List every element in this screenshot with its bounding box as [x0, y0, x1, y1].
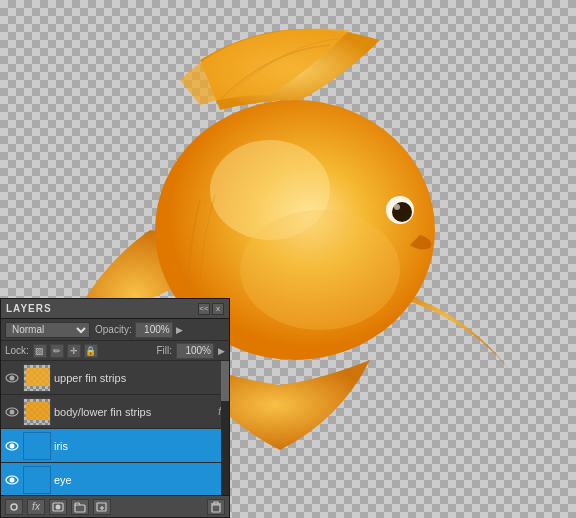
svg-point-7 — [10, 375, 15, 380]
opacity-input[interactable] — [135, 322, 173, 338]
layer-eye-eye[interactable] — [4, 472, 20, 488]
layer-thumb-eye — [23, 466, 51, 494]
layer-thumb-body-lower-fin-strips — [23, 398, 51, 426]
fill-label: Fill: — [156, 345, 172, 356]
scroll-thumb[interactable] — [221, 361, 229, 401]
new-group-button[interactable] — [71, 499, 89, 515]
lock-transparent-button[interactable]: ▨ — [33, 344, 47, 358]
lock-row: Lock: ▨ ✏ ✛ 🔒 Fill: ▶ — [1, 341, 229, 361]
opacity-arrow[interactable]: ▶ — [176, 325, 183, 335]
layer-name-eye: eye — [54, 474, 226, 486]
layer-eye-iris[interactable] — [4, 438, 20, 454]
svg-point-9 — [10, 409, 15, 414]
blend-mode-row: Normal Multiply Screen Overlay Opacity: … — [1, 319, 229, 341]
svg-point-17 — [56, 504, 61, 509]
opacity-label: Opacity: — [95, 324, 132, 335]
layer-eye-body-lower-fin-strips[interactable] — [4, 404, 20, 420]
link-layers-button[interactable] — [5, 499, 23, 515]
lock-label: Lock: — [5, 345, 29, 356]
svg-point-13 — [10, 477, 15, 482]
svg-point-2 — [240, 210, 400, 330]
svg-point-11 — [10, 443, 15, 448]
panel-title: LAYERS — [6, 303, 52, 314]
lock-position-button[interactable]: ✛ — [67, 344, 81, 358]
lock-icons: ▨ ✏ ✛ 🔒 — [33, 344, 98, 358]
layers-scrollbar[interactable] — [221, 361, 229, 495]
layer-name-body-lower-fin-strips: body/lower fin strips — [54, 406, 213, 418]
svg-rect-18 — [75, 505, 85, 512]
fill-input[interactable] — [176, 343, 214, 359]
layer-name-upper-fin-strips: upper fin strips — [54, 372, 226, 384]
panel-collapse-button[interactable]: << — [198, 303, 210, 315]
panel-close-button[interactable]: x — [212, 303, 224, 315]
layer-item-iris[interactable]: iris — [1, 429, 229, 463]
layer-thumb-iris — [23, 432, 51, 460]
panel-header: LAYERS << x — [1, 299, 229, 319]
panel-toolbar: fx — [1, 495, 229, 517]
fill-arrow[interactable]: ▶ — [218, 346, 225, 356]
new-layer-button[interactable] — [93, 499, 111, 515]
svg-point-5 — [394, 204, 400, 210]
panel-controls: << x — [198, 303, 224, 315]
layers-list: upper fin strips body/lower fin strips f… — [1, 361, 229, 495]
lock-image-button[interactable]: ✏ — [50, 344, 64, 358]
layers-panel: LAYERS << x Normal Multiply Screen Overl… — [0, 298, 230, 518]
layer-eye-upper-fin-strips[interactable] — [4, 370, 20, 386]
add-style-button[interactable]: fx — [27, 499, 45, 515]
delete-layer-button[interactable] — [207, 499, 225, 515]
svg-rect-22 — [212, 505, 220, 512]
layer-thumb-upper-fin-strips — [23, 364, 51, 392]
add-mask-button[interactable] — [49, 499, 67, 515]
layer-item-upper-fin-strips[interactable]: upper fin strips — [1, 361, 229, 395]
layer-name-iris: iris — [54, 440, 226, 452]
layer-item-body-lower-fin-strips[interactable]: body/lower fin strips fx — [1, 395, 229, 429]
lock-all-button[interactable]: 🔒 — [84, 344, 98, 358]
blend-mode-select[interactable]: Normal Multiply Screen Overlay — [5, 322, 90, 338]
layer-item-eye[interactable]: eye — [1, 463, 229, 495]
